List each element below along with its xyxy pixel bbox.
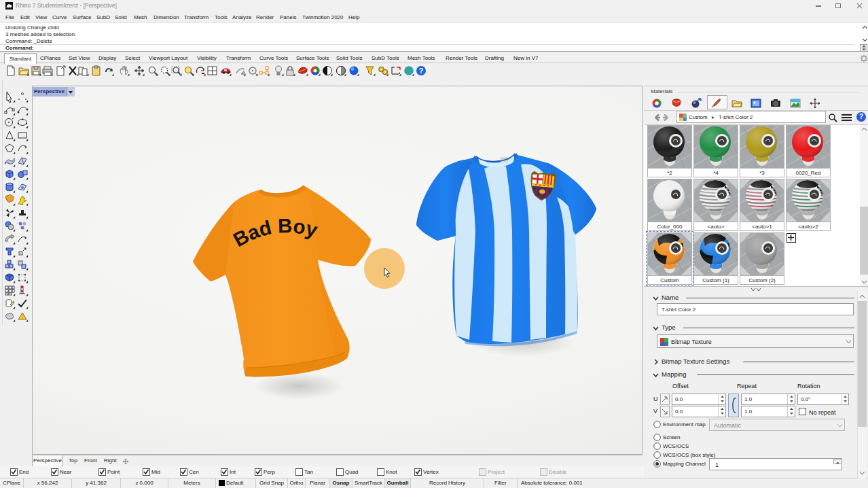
svg-text:?: ? — [419, 67, 424, 75]
